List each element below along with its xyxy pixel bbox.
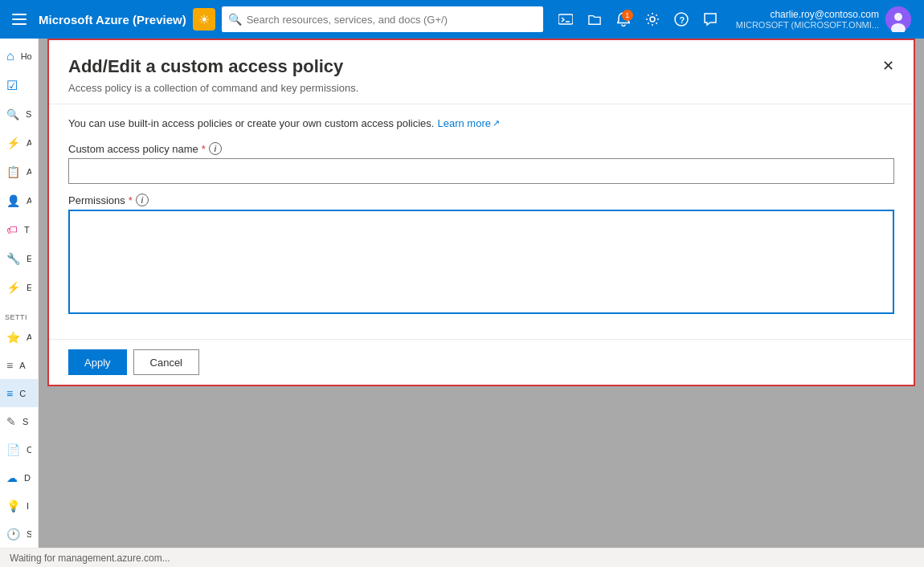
sidebar-item-all-services[interactable]: ⚡ A [0,128,38,157]
add-edit-policy-dialog: Add/Edit a custom access policy Access p… [47,39,915,386]
cancel-button[interactable]: Cancel [133,349,199,375]
policy-name-info-icon[interactable]: i [209,142,222,155]
feedback-button[interactable] [697,6,723,32]
dialog-title: Add/Edit a custom access policy [68,56,894,77]
topbar-actions: 1 ? [553,6,723,32]
search-nav-icon: 🔍 [6,108,19,120]
sidebar-item-s7[interactable]: 💡 I [0,492,38,520]
statusbar: Waiting for management.azure.com... [0,548,924,567]
sidebar-item-s2[interactable]: ≡ A [0,351,38,379]
topbar: Microsoft Azure (Preview) ☀ 🔍 1 ? charli… [0,0,924,39]
required-marker: * [202,143,206,155]
permissions-field: Permissions * i [68,194,894,316]
s4-icon: ✎ [6,415,16,428]
s8-icon: 🕐 [6,528,20,540]
s1-icon: ⭐ [6,331,20,344]
policy-name-label: Custom access policy name * i [68,142,894,155]
all-services-icon: ⚡ [6,137,20,149]
item3-icon: 👤 [6,194,20,207]
main-layout: ⌂ Hom ☑ 🔍 S ⚡ A 📋 A 👤 A � [0,39,924,548]
policy-name-field: Custom access policy name * i [68,142,894,184]
item6-icon: ⚡ [6,281,20,294]
permissions-required-marker: * [129,194,133,206]
sidebar-item-s1[interactable]: ⭐ A [0,323,38,351]
svg-rect-1 [12,18,27,20]
item2-icon: 📋 [6,165,20,178]
directory-button[interactable] [582,6,607,32]
search-icon: 🔍 [228,13,242,26]
user-profile[interactable]: charlie.roy@contoso.com MICROSOFT (MICRO… [730,0,918,39]
sidebar-item-s4[interactable]: ✎ S [0,407,38,435]
cloud-shell-button[interactable] [553,6,579,32]
dialog-footer: Apply Cancel [49,339,914,385]
avatar [885,6,911,32]
svg-point-9 [894,13,902,21]
item4-icon: 🏷 [6,223,18,236]
s3-icon: ≡ [6,387,13,400]
svg-text:?: ? [679,15,685,25]
sidebar-item-item2[interactable]: 📋 A [0,157,38,186]
sidebar-item-home[interactable]: ⌂ Hom [0,42,38,71]
sidebar-item-favorites[interactable]: ☑ [0,71,38,100]
info-text: You can use built-in access policies or … [68,117,434,129]
policy-name-input[interactable] [68,158,894,184]
sidebar-item-s5[interactable]: 📄 C [0,435,38,463]
help-button[interactable]: ? [668,6,694,32]
sidebar-item-item4[interactable]: 🏷 T [0,215,38,244]
svg-rect-2 [12,23,27,25]
settings-button[interactable] [640,6,665,32]
external-link-icon: ↗ [493,118,500,128]
preview-icon[interactable]: ☀ [193,8,215,31]
learn-more-link[interactable]: Learn more ↗ [437,117,499,129]
permissions-info-icon[interactable]: i [136,194,149,206]
content-area: Add/Edit a custom access policy Access p… [39,39,924,548]
settings-section-label: Setti [0,305,38,323]
dialog-overlay: Add/Edit a custom access policy Access p… [39,39,924,548]
dialog-subtitle: Access policy is a collection of command… [68,82,894,94]
s2-icon: ≡ [6,359,13,372]
notification-badge: 1 [622,10,633,21]
hamburger-menu[interactable] [6,6,32,32]
permissions-textarea[interactable] [68,210,894,314]
sidebar-item-s6[interactable]: ☁ D [0,463,38,492]
dialog-body: You can use built-in access policies or … [49,104,914,339]
home-icon: ⌂ [6,49,14,63]
sidebar-item-item5[interactable]: 🔧 E [0,244,38,273]
info-row: You can use built-in access policies or … [68,117,894,129]
user-tenant: MICROSOFT (MICROSOFT.ONMI... [736,20,879,30]
user-email: charlie.roy@contoso.com [736,9,879,20]
svg-rect-3 [558,14,573,24]
notifications-button[interactable]: 1 [611,6,636,32]
user-info: charlie.roy@contoso.com MICROSOFT (MICRO… [736,9,879,30]
permissions-label: Permissions * i [68,194,894,206]
svg-point-5 [650,17,655,22]
favorites-icon: ☑ [6,78,18,93]
sidebar: ⌂ Hom ☑ 🔍 S ⚡ A 📋 A 👤 A � [0,39,39,548]
sidebar-item-s3[interactable]: ≡ C [0,379,38,407]
sidebar-item-s8[interactable]: 🕐 S [0,520,38,548]
s5-icon: 📄 [6,443,20,456]
apply-button[interactable]: Apply [68,349,127,375]
sidebar-item-search[interactable]: 🔍 S [0,100,38,128]
sidebar-item-item3[interactable]: 👤 A [0,186,38,215]
svg-rect-0 [12,14,27,15]
search-bar[interactable]: 🔍 [222,6,543,32]
close-icon: ✕ [882,57,894,75]
s6-icon: ☁ [6,471,18,484]
close-button[interactable]: ✕ [875,53,901,79]
sidebar-item-item6[interactable]: ⚡ E [0,273,38,302]
app-title: Microsoft Azure (Preview) [39,13,186,27]
statusbar-text: Waiting for management.azure.com... [10,553,170,564]
s7-icon: 💡 [6,500,20,512]
search-input[interactable] [247,14,537,26]
item5-icon: 🔧 [6,252,20,265]
dialog-header: Add/Edit a custom access policy Access p… [49,40,914,104]
